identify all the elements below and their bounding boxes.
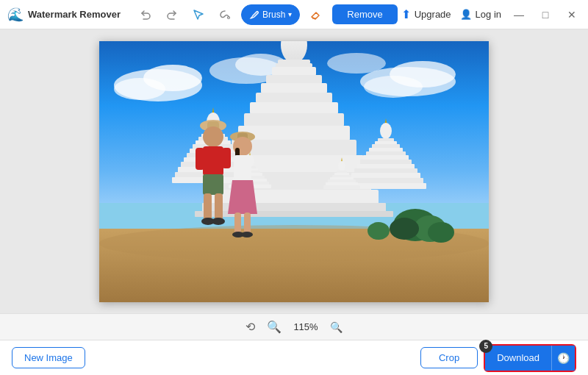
app-logo: 🌊 Watermark Remover [7, 7, 121, 23]
svg-rect-90 [215, 193, 223, 221]
minimize-button[interactable]: — [510, 6, 528, 24]
svg-rect-51 [363, 155, 409, 160]
svg-rect-76 [323, 185, 360, 189]
brush-dropdown-icon: ▾ [288, 10, 292, 18]
svg-point-10 [327, 53, 386, 74]
upgrade-icon: ⬆ [401, 7, 411, 21]
svg-point-80 [428, 222, 454, 243]
reset-zoom-icon[interactable]: ⟲ [245, 320, 255, 334]
svg-point-4 [114, 78, 165, 100]
zoom-level: 115% [293, 321, 318, 332]
title-bar: 🌊 Watermark Remover [0, 0, 588, 29]
svg-rect-56 [348, 178, 423, 184]
svg-rect-23 [238, 126, 350, 140]
svg-rect-52 [360, 160, 412, 165]
svg-rect-54 [354, 168, 417, 174]
svg-rect-97 [234, 155, 251, 181]
svg-rect-89 [204, 193, 212, 221]
login-label: Log in [476, 9, 501, 20]
bottom-bar: New Image Crop 5 Download 🕐 [0, 340, 588, 375]
header-right: ⬆ Upgrade 👤 Log in — □ ✕ [401, 6, 581, 24]
download-dropdown-button[interactable]: 🕐 [551, 346, 575, 371]
svg-rect-18 [266, 75, 322, 84]
svg-rect-87 [222, 148, 231, 168]
user-icon: 👤 [460, 9, 472, 20]
svg-rect-55 [351, 173, 420, 179]
scene-svg [99, 41, 489, 302]
svg-point-79 [390, 218, 419, 240]
svg-rect-86 [196, 148, 204, 170]
svg-point-92 [212, 218, 225, 225]
image-canvas[interactable] [99, 41, 489, 302]
download-badge: 5 [479, 340, 492, 353]
app-title: Watermark Remover [28, 9, 121, 20]
svg-point-0 [227, 16, 229, 18]
new-image-button[interactable]: New Image [12, 347, 85, 368]
eraser-tool-button[interactable] [306, 4, 326, 25]
crop-button[interactable]: Crop [420, 347, 478, 368]
svg-point-81 [368, 222, 390, 240]
svg-rect-98 [234, 213, 241, 235]
brush-label: Brush [262, 10, 285, 20]
undo-button[interactable] [135, 4, 156, 25]
svg-point-84 [203, 126, 223, 147]
toolbar: Brush ▾ Remove [135, 4, 401, 25]
redo-button[interactable] [162, 4, 182, 25]
brush-tool-button[interactable]: Brush ▾ [241, 4, 300, 25]
main-canvas-area [0, 29, 588, 313]
lasso-tool-button[interactable] [215, 4, 235, 25]
upgrade-button[interactable]: ⬆ Upgrade [401, 7, 451, 21]
download-group: 5 Download 🕐 [484, 344, 576, 372]
logo-icon: 🌊 [7, 7, 24, 23]
status-bar: ⟲ 🔍 115% 🔍 [0, 313, 588, 340]
svg-rect-85 [203, 146, 223, 176]
svg-rect-21 [250, 102, 338, 114]
zoom-out-icon[interactable]: 🔍 [330, 321, 343, 333]
select-tool-button[interactable] [188, 4, 209, 25]
bottom-right-actions: Crop 5 Download 🕐 [420, 344, 576, 372]
svg-rect-20 [256, 93, 332, 103]
svg-rect-19 [261, 83, 327, 93]
svg-rect-17 [272, 67, 316, 76]
svg-rect-22 [244, 113, 344, 126]
svg-point-9 [364, 76, 423, 98]
svg-point-69 [338, 161, 345, 171]
svg-point-101 [241, 232, 253, 238]
zoom-in-icon[interactable]: 🔍 [267, 320, 282, 334]
upgrade-label: Upgrade [415, 9, 451, 20]
svg-rect-99 [244, 213, 251, 235]
remove-button[interactable]: Remove [332, 4, 397, 24]
login-button[interactable]: 👤 Log in [460, 9, 501, 20]
svg-rect-53 [357, 164, 415, 169]
maximize-button[interactable]: □ [537, 6, 554, 24]
svg-point-45 [380, 123, 392, 139]
download-arrow-icon: 🕐 [557, 352, 570, 364]
svg-rect-29 [195, 211, 393, 217]
svg-rect-88 [203, 174, 223, 195]
close-button[interactable]: ✕ [563, 6, 581, 24]
download-button[interactable]: Download [485, 346, 551, 371]
